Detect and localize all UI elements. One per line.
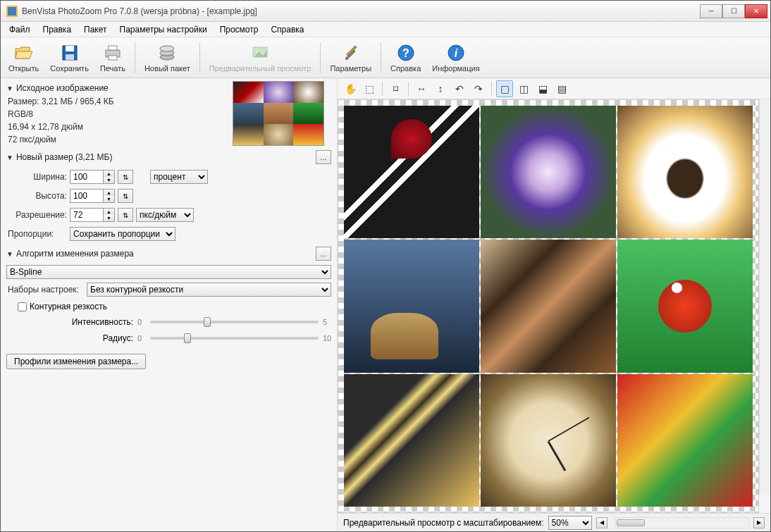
maximize-button[interactable]: ☐ — [722, 4, 745, 18]
rotate-cw-button[interactable]: ↷ — [470, 80, 487, 97]
flip-h-icon: ↔ — [417, 83, 426, 94]
algo-section-header[interactable]: ▼ Алгоритм изменения размера … — [6, 245, 331, 263]
height-field[interactable] — [70, 189, 104, 203]
scroll-left-button[interactable]: ◀ — [596, 517, 607, 528]
resolution-unit-select[interactable]: пкс/дюйм — [136, 208, 194, 222]
flip-h-button[interactable]: ↔ — [413, 80, 430, 97]
svg-point-10 — [160, 46, 174, 51]
view-single-icon: ▢ — [500, 83, 510, 94]
width-label: Ширина: — [6, 172, 67, 182]
save-button[interactable]: Сохранить — [45, 39, 94, 76]
spin-down-icon[interactable]: ▼ — [104, 215, 114, 221]
menu-help[interactable]: Справка — [265, 23, 309, 36]
svg-rect-7 — [109, 56, 117, 60]
newsize-section-header[interactable]: ▼ Новый размер (3,21 МБ) … — [6, 148, 331, 166]
proportions-label: Пропорции: — [6, 229, 67, 239]
preview-button[interactable]: Предварительный просмотр — [204, 39, 316, 76]
vertical-scrollbar[interactable] — [759, 99, 770, 495]
rotate-ccw-button[interactable]: ↶ — [451, 80, 468, 97]
svg-rect-3 — [66, 46, 74, 51]
algorithm-select[interactable]: B-Spline — [6, 265, 331, 279]
view-quad-button[interactable]: ▤ — [553, 80, 570, 97]
source-thumbnail[interactable] — [233, 81, 324, 146]
preview-zoom-select[interactable]: 50% — [548, 516, 592, 530]
preview-canvas[interactable] — [338, 99, 759, 513]
scroll-right-button[interactable]: ▶ — [753, 517, 765, 528]
algo-more-button[interactable]: … — [316, 247, 331, 261]
spin-down-icon[interactable]: ▼ — [104, 177, 114, 183]
preset-select[interactable]: Без контурной резкости — [87, 283, 331, 297]
view-split-h-icon: ◫ — [519, 83, 529, 94]
height-lock-button[interactable]: ⇅ — [118, 189, 133, 203]
hand-icon: ✋ — [345, 83, 357, 94]
presets-label: Наборы настроек: — [6, 285, 84, 295]
menu-params[interactable]: Параметры настройки — [114, 23, 213, 36]
crop-tool-button[interactable]: ⌑ — [387, 80, 404, 97]
horizontal-scrollbar[interactable] — [615, 517, 749, 528]
resolution-field[interactable] — [70, 208, 104, 222]
preview-zoom-label: Предварительный просмотр с масштабирован… — [343, 518, 544, 528]
radius-slider[interactable] — [150, 337, 319, 340]
triangle-down-icon: ▼ — [6, 85, 13, 92]
print-button[interactable]: Печать — [95, 39, 130, 76]
intensity-label: Интенсивность: — [6, 317, 133, 327]
app-window: BenVista PhotoZoom Pro 7.0.8 (wersja pró… — [0, 0, 771, 532]
proportions-select[interactable]: Сохранить пропорции — [70, 227, 175, 241]
triangle-down-icon: ▼ — [6, 250, 13, 258]
resolution-input[interactable]: ▲▼ — [70, 208, 115, 222]
open-button[interactable]: Открыть — [4, 39, 44, 76]
toolbar: Открыть Сохранить Печать Новый пакет Пре… — [1, 37, 770, 78]
folder-open-icon — [14, 43, 34, 63]
content-area: ▼ Исходное изображение Размер: 3,21 МБ /… — [1, 78, 770, 531]
flip-v-icon: ↕ — [438, 83, 443, 94]
status-bar: Предварительный просмотр с масштабирован… — [338, 513, 770, 531]
height-input[interactable]: ▲▼ — [70, 189, 115, 203]
width-unit-select[interactable]: процент — [150, 170, 208, 184]
resolution-lock-button[interactable]: ⇅ — [118, 208, 133, 222]
printer-icon — [103, 43, 123, 63]
svg-rect-6 — [109, 46, 117, 50]
tools-icon — [341, 43, 361, 63]
menu-edit[interactable]: Правка — [37, 23, 78, 36]
rotate-cw-icon: ↷ — [474, 83, 483, 94]
menu-file[interactable]: Файл — [4, 23, 36, 36]
params-button[interactable]: Параметры — [325, 39, 376, 76]
spin-up-icon[interactable]: ▲ — [104, 190, 114, 196]
intensity-slider[interactable] — [150, 321, 319, 323]
view-single-button[interactable]: ▢ — [496, 80, 513, 97]
spin-up-icon[interactable]: ▲ — [104, 171, 114, 177]
titlebar: BenVista PhotoZoom Pro 7.0.8 (wersja pró… — [1, 1, 770, 22]
view-quad-icon: ▤ — [557, 83, 567, 94]
rotate-ccw-icon: ↶ — [455, 83, 464, 94]
view-split-v-button[interactable]: ⬓ — [534, 80, 551, 97]
help-button[interactable]: ? Справка — [386, 39, 426, 76]
view-split-h-button[interactable]: ◫ — [515, 80, 532, 97]
svg-text:?: ? — [402, 47, 409, 59]
menu-packet[interactable]: Пакет — [78, 23, 112, 36]
select-tool-button[interactable]: ⬚ — [361, 80, 378, 97]
right-panel: ✋ ⬚ ⌑ ↔ ↕ ↶ ↷ ▢ ◫ ⬓ ▤ — [338, 78, 770, 531]
app-icon — [6, 6, 18, 17]
svg-rect-4 — [66, 54, 74, 60]
new-batch-button[interactable]: Новый пакет — [140, 39, 195, 76]
minimize-button[interactable]: ─ — [700, 4, 722, 18]
unsharp-checkbox[interactable] — [18, 302, 27, 311]
close-button[interactable]: ✕ — [745, 4, 767, 18]
spin-up-icon[interactable]: ▲ — [104, 209, 114, 215]
svg-text:i: i — [455, 47, 458, 59]
flip-v-button[interactable]: ↕ — [432, 80, 449, 97]
menu-view[interactable]: Просмотр — [214, 23, 264, 36]
height-label: Высота: — [6, 191, 67, 201]
resolution-label: Разрешение: — [6, 210, 67, 220]
floppy-icon — [60, 43, 80, 63]
spin-down-icon[interactable]: ▼ — [104, 196, 114, 202]
width-input[interactable]: ▲▼ — [70, 170, 115, 184]
triangle-down-icon: ▼ — [6, 154, 13, 161]
width-field[interactable] — [70, 170, 104, 184]
hand-tool-button[interactable]: ✋ — [342, 80, 359, 97]
resize-profiles-button[interactable]: Профили изменения размера... — [6, 354, 146, 369]
info-button[interactable]: i Информация — [427, 39, 484, 76]
newsize-more-button[interactable]: … — [316, 150, 331, 164]
width-lock-button[interactable]: ⇅ — [118, 170, 133, 184]
radius-label: Радиус: — [6, 333, 133, 343]
